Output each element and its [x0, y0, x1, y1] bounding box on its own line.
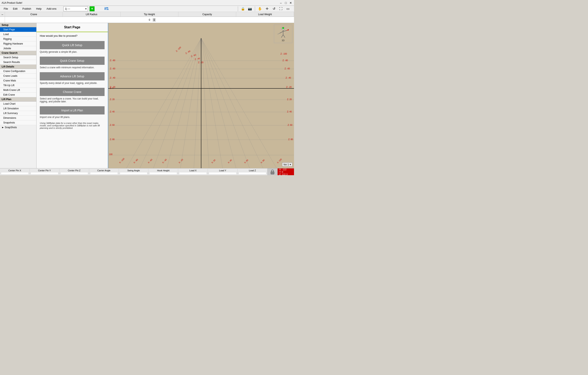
toolbar-center: 1) --- ▾ + if1: [63, 6, 109, 11]
svg-text:Z: -80: Z: -80: [283, 59, 288, 62]
advance-lift-setup-button[interactable]: Advance Lift Setup: [40, 72, 105, 80]
svg-text:Z: -40: Z: -40: [286, 77, 291, 79]
view-dropdown[interactable]: Iso 1 ▾: [282, 162, 292, 167]
camera-icon[interactable]: 📷: [247, 6, 253, 12]
center-panel: Start Page How would you like to proceed…: [36, 23, 108, 168]
sidebar-item-tilt-up-lift[interactable]: Tilt-Up Lift: [0, 83, 36, 88]
svg-line-68: [278, 33, 280, 34]
proceed-text: How would you like to proceed?: [36, 32, 108, 39]
lock-svg: [270, 169, 275, 175]
collapse-button[interactable]: –: [0, 12, 5, 17]
sidebar-item-dimensions[interactable]: Dimensions: [0, 116, 36, 120]
status-load-x: Load X: [178, 169, 208, 175]
choose-crane-button[interactable]: Choose Crane: [40, 88, 105, 96]
menu-help[interactable]: Help: [34, 6, 44, 11]
fullscreen-icon[interactable]: ⛶: [278, 6, 284, 12]
import-lift-plan-button[interactable]: Import a Lift Plan: [40, 106, 105, 115]
sidebar-item-rigging-hardware[interactable]: Rigging Hardware: [0, 42, 36, 46]
sidebar-item-jobsite[interactable]: Jobsite: [0, 46, 36, 51]
coord-x: X: -122: [279, 168, 292, 171]
add-instance-button[interactable]: +: [90, 6, 94, 11]
svg-point-67: [282, 27, 284, 29]
sidebar-item-crane-mats[interactable]: Crane Mats: [0, 78, 36, 83]
window-icon[interactable]: ▭: [285, 6, 291, 12]
sidebar-item-lift-simulation[interactable]: Lift Simulation: [0, 106, 36, 111]
sidebar-item-search-results[interactable]: Search Results: [0, 60, 36, 65]
status-load-z: Load Z: [238, 169, 267, 175]
view-chevron-icon: ▾: [290, 163, 291, 166]
svg-line-63: [281, 35, 283, 38]
section-lift-details: Lift Details: [0, 65, 36, 69]
minimize-button[interactable]: –: [279, 1, 283, 4]
statusbar: Center Pin X Center Pin Y Center Pin Z C…: [0, 168, 294, 175]
svg-text:Z: 40: Z: 40: [110, 111, 115, 113]
instance-dropdown[interactable]: 1) --- ▾: [63, 6, 88, 11]
advance-lift-setup-desc: Specify every detail of your load, riggi…: [36, 81, 108, 86]
sidebar-item-crane-configuration[interactable]: Crane Configuration: [0, 69, 36, 74]
close-button[interactable]: ✕: [289, 1, 292, 4]
view-label: Iso 1: [284, 163, 289, 166]
xyz-coordinates: X: -122 Y: 0 Z: 122.3: [278, 168, 294, 175]
number-row: 0 ▲ ▼: [0, 17, 294, 23]
spin-down[interactable]: ▼: [153, 20, 156, 21]
sidebar-item-load[interactable]: Load: [0, 32, 36, 37]
svg-text:Z: -80: Z: -80: [110, 59, 116, 62]
sidebar-item-multi-crane-lift[interactable]: Multi-Crane Lift: [0, 88, 36, 93]
svg-text:Z: -40: Z: -40: [110, 77, 116, 79]
section-lift-plan: Lift Plan: [0, 97, 36, 102]
app-title: A1A Product Suite!: [2, 1, 22, 4]
menu-addons[interactable]: Add-ons: [44, 6, 58, 11]
restore-button[interactable]: □: [284, 1, 287, 4]
status-hook-height: Hook Height: [148, 169, 178, 175]
menubar: File Edit Publish Help Add-ons 1) --- ▾ …: [0, 6, 294, 12]
svg-text:Z: -20: Z: -20: [198, 61, 204, 64]
titlebar-controls: – □ ✕: [279, 1, 292, 4]
quick-crane-setup-desc: Select a crane with minimum required inf…: [36, 65, 108, 71]
sidebar-item-edit-crane[interactable]: Edit Crane: [0, 93, 36, 97]
sidebar-item-lift-summary[interactable]: Lift Summary: [0, 111, 36, 116]
sidebar-snapshots-toggle[interactable]: ► SnapShots: [0, 125, 36, 130]
quick-lift-setup-button[interactable]: Quick Lift Setup: [40, 41, 105, 49]
grid-svg: Z: -80 Z: -60 Z: -40 Z: -20 Z: 0 Z: 20 Z…: [108, 23, 294, 168]
sidebar-item-load-chart[interactable]: Load Chart: [0, 102, 36, 106]
status-swing-angle: Swing Angle: [119, 169, 149, 175]
svg-text:Z: 80: Z: 80: [110, 138, 115, 140]
snapshots-label: ► SnapShots: [2, 126, 17, 129]
sidebar-item-start-page[interactable]: Start Page: [0, 27, 36, 32]
3d-label: 3D: [282, 39, 284, 42]
sidebar-item-rigging[interactable]: Rigging: [0, 37, 36, 42]
section-setup: Setup: [0, 23, 36, 27]
lock-icon[interactable]: 🔒: [240, 6, 246, 12]
svg-text:100: 100: [109, 153, 113, 156]
choose-crane-desc: Select and configure a crane. You can bu…: [36, 96, 108, 105]
rotate-icon[interactable]: ↺: [271, 6, 277, 12]
svg-text:Z: 0: Z: 0: [110, 87, 114, 89]
sidebar-item-crane-loads[interactable]: Crane Loads: [0, 74, 36, 78]
status-load-y: Load Y: [208, 169, 238, 175]
pan-icon[interactable]: ✋: [257, 6, 263, 12]
3d-viewport[interactable]: Z: -80 Z: -60 Z: -40 Z: -20 Z: 0 Z: 20 Z…: [108, 23, 294, 168]
status-carrier-angle: Carrier Angle: [89, 169, 119, 175]
svg-text:Z: 60: Z: 60: [110, 124, 115, 126]
svg-rect-69: [271, 172, 274, 174]
sidebar-item-snapshots[interactable]: Snapshots: [0, 120, 36, 125]
menu-publish[interactable]: Publish: [20, 6, 33, 11]
status-center-pin-x: Center Pin X: [0, 169, 30, 175]
svg-text:Z: -60: Z: -60: [284, 67, 290, 70]
main-content: Setup Start Page Load Rigging Rigging Ha…: [0, 23, 294, 168]
col-tip-height: Tip Height: [121, 12, 178, 17]
svg-line-61: [280, 31, 283, 33]
menu-file[interactable]: File: [2, 6, 10, 11]
section-crane-search: Crane Search: [0, 51, 36, 55]
titlebar: A1A Product Suite! – □ ✕: [0, 0, 294, 6]
import-lift-plan-desc: Import one of your lift plans.: [36, 115, 108, 120]
toolbar-separator: [238, 6, 238, 11]
lift-radius-input[interactable]: 0 ▲ ▼: [5, 17, 294, 23]
coord-y: Y: 0: [279, 171, 292, 173]
sidebar-item-search-setup[interactable]: Search Setup: [0, 55, 36, 60]
lift-radius-value: 0: [149, 19, 150, 21]
quick-crane-setup-button[interactable]: Quick Crane Setup: [40, 57, 105, 65]
orientation-axes: [276, 26, 290, 38]
menu-edit[interactable]: Edit: [11, 6, 20, 11]
move-icon[interactable]: ✛: [264, 6, 270, 12]
